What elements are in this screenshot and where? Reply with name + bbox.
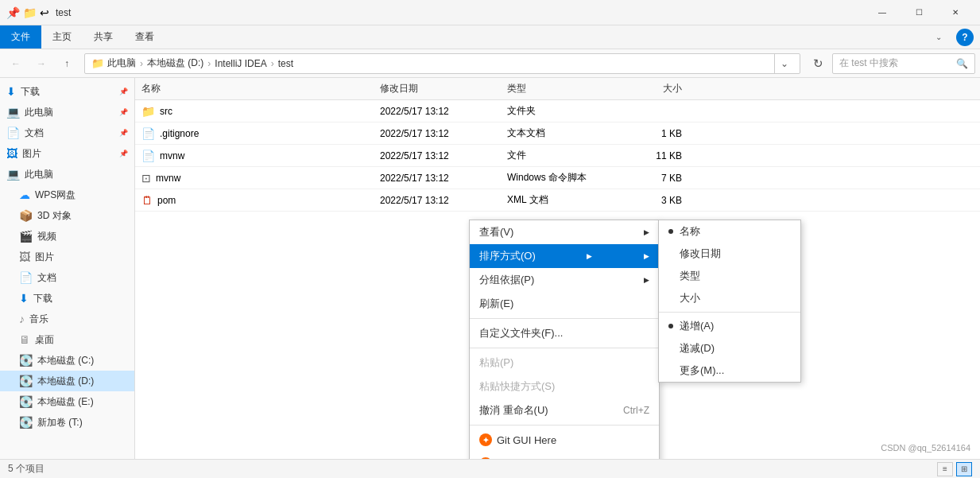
sidebar-item-diske[interactable]: 💽 本地磁盘 (E:) [0, 391, 134, 412]
title-bar: 📌 📁 ↩ test — ☐ ✕ [0, 0, 980, 25]
header-type[interactable]: 类型 [507, 82, 618, 95]
diske-icon: 💽 [19, 395, 33, 408]
header-size[interactable]: 大小 [618, 82, 682, 95]
crumb-diskd[interactable]: 本地磁盘 (D:) [147, 56, 203, 70]
tab-view[interactable]: 查看 [124, 25, 165, 49]
sidebar-item-pictures[interactable]: 🖼 图片 [0, 247, 134, 267]
file-row-src[interactable]: 📁 src 2022/5/17 13:12 文件夹 [135, 100, 980, 122]
sidebar-item-music[interactable]: ♪ 音乐 [0, 309, 134, 329]
sidebar-item-video[interactable]: 🎬 视频 [0, 226, 134, 247]
docs-icon-pinned: 📄 [6, 126, 20, 139]
file-content: 名称 修改日期 类型 大小 📁 src 2022/5/17 13:12 文件夹 … [135, 78, 980, 459]
sidebar-item-wps[interactable]: ☁ WPS网盘 [0, 185, 134, 205]
sub-menu-item-type[interactable]: 类型 [659, 265, 800, 287]
crumb-intellij[interactable]: IntelliJ IDEA [215, 58, 266, 69]
file-icon-mvnw1: 📄 [141, 150, 155, 162]
list-view-button[interactable]: ≡ [937, 462, 953, 476]
file-row-mvnw1[interactable]: 📄 mvnw 2022/5/17 13:12 文件 11 KB [135, 145, 980, 167]
toolbar: ← → ↑ 📁 此电脑 › 本地磁盘 (D:) › IntelliJ IDEA … [0, 49, 980, 78]
tab-share[interactable]: 共享 [83, 25, 124, 49]
dot-name [668, 229, 673, 234]
tab-home[interactable]: 主页 [41, 25, 83, 49]
diskd-icon: 💽 [19, 375, 33, 387]
crumb-test[interactable]: test [278, 58, 293, 69]
forward-button[interactable]: → [30, 52, 52, 75]
pin-icon2: 📌 [119, 108, 128, 116]
help-button[interactable]: ? [956, 29, 974, 46]
detail-view-button[interactable]: ⊞ [956, 462, 972, 476]
menu-item-paste[interactable]: 粘贴(P) [470, 351, 659, 375]
menu-item-sort[interactable]: 排序方式(O) ▶ [470, 244, 659, 268]
address-path: 此电脑 › 本地磁盘 (D:) › IntelliJ IDEA › test [107, 56, 293, 70]
tab-file[interactable]: 文件 [0, 25, 41, 49]
maximize-button[interactable]: ☐ [901, 0, 937, 25]
menu-separator-1 [470, 318, 659, 319]
file-row-pom[interactable]: 🗒 pom 2022/5/17 13:12 XML 文档 3 KB [135, 189, 980, 212]
file-name-mvnw2: mvnw [156, 173, 180, 184]
sub-menu-item-name[interactable]: 名称 [659, 220, 800, 243]
pictures-icon: 🖼 [19, 251, 30, 263]
crumb-thispc[interactable]: 此电脑 [107, 56, 136, 70]
file-type-mvnw1: 文件 [507, 149, 618, 162]
sidebar-item-diskt[interactable]: 💽 新加卷 (T:) [0, 412, 134, 433]
file-row-mvnw2[interactable]: ⊡ mvnw 2022/5/17 13:12 Windows 命令脚本 7 KB [135, 167, 980, 189]
file-row-gitignore[interactable]: 📄 .gitignore 2022/5/17 13:12 文本文档 1 KB [135, 122, 980, 145]
back-button[interactable]: ← [5, 52, 27, 75]
folder-icon-title: 📁 [23, 6, 37, 19]
ribbon-expand-button[interactable]: ⌄ [928, 26, 950, 49]
minimize-button[interactable]: — [864, 0, 901, 25]
address-bar[interactable]: 📁 此电脑 › 本地磁盘 (D:) › IntelliJ IDEA › test… [84, 53, 800, 74]
sidebar-item-thispc-pinned[interactable]: 💻 此电脑 📌 [0, 102, 134, 122]
sidebar-item-thispc[interactable]: 💻 此电脑 [0, 164, 134, 185]
status-count: 5 个项目 [8, 462, 45, 476]
documents-icon: 📄 [19, 271, 33, 284]
close-button[interactable]: ✕ [937, 0, 974, 25]
sidebar-item-3d[interactable]: 📦 3D 对象 [0, 205, 134, 226]
ribbon: 文件 主页 共享 查看 ⌄ ? [0, 25, 980, 49]
video-icon: 🎬 [19, 230, 33, 243]
sidebar-item-download-pinned[interactable]: ⬇ 下载 📌 [0, 81, 134, 102]
3d-icon: 📦 [19, 209, 33, 222]
menu-item-customize[interactable]: 自定义文件夹(F)... [470, 321, 659, 345]
pin-icon3: 📌 [119, 129, 128, 137]
menu-item-undo[interactable]: 撤消 重命名(U) Ctrl+Z [470, 398, 659, 422]
up-button[interactable]: ↑ [56, 52, 78, 75]
menu-item-git-bash[interactable]: ✦ Git Bash Here [470, 452, 659, 459]
menu-item-paste-shortcut[interactable]: 粘贴快捷方式(S) [470, 375, 659, 398]
sidebar-item-desktop[interactable]: 🖥 桌面 [0, 329, 134, 350]
sidebar-item-downloads[interactable]: ⬇ 下载 [0, 288, 134, 309]
menu-item-group[interactable]: 分组依据(P) [470, 268, 659, 292]
menu-item-refresh[interactable]: 刷新(E) [470, 292, 659, 316]
header-name[interactable]: 名称 [141, 82, 380, 95]
file-date-gitignore: 2022/5/17 13:12 [380, 128, 507, 139]
diskc-icon: 💽 [19, 354, 33, 367]
sub-menu-item-asc[interactable]: 递增(A) [659, 315, 800, 337]
address-dropdown-button[interactable]: ⌄ [774, 53, 793, 74]
downloads-icon: ⬇ [19, 292, 29, 305]
menu-item-git-gui[interactable]: ✦ Git GUI Here [470, 428, 659, 452]
pin-icon: 📌 [119, 87, 128, 95]
search-icon[interactable]: 🔍 [956, 58, 968, 69]
search-box[interactable]: 在 test 中搜索 🔍 [832, 53, 975, 74]
sub-menu-sort: 名称 修改日期 类型 大小 递增(A) 递减(D) [658, 220, 801, 383]
header-date[interactable]: 修改日期 [380, 82, 507, 95]
file-size-gitignore: 1 KB [618, 128, 682, 139]
sub-menu-item-date[interactable]: 修改日期 [659, 243, 800, 265]
sidebar-item-docs-pinned[interactable]: 📄 文档 📌 [0, 122, 134, 143]
sidebar-item-pics-pinned[interactable]: 🖼 图片 📌 [0, 143, 134, 164]
sub-menu-item-desc[interactable]: 递减(D) [659, 337, 800, 359]
pc-icon: 💻 [6, 168, 20, 181]
sub-menu-item-more[interactable]: 更多(M)... [659, 359, 800, 382]
undo-icon-title[interactable]: ↩ [40, 6, 49, 19]
sub-menu-item-size[interactable]: 大小 [659, 287, 800, 309]
pics-icon-pinned: 🖼 [6, 147, 17, 160]
sidebar-item-diskd[interactable]: 💽 本地磁盘 (D:) [0, 371, 134, 391]
title-text: test [56, 7, 864, 18]
file-name-src: src [160, 106, 172, 117]
sidebar-item-documents[interactable]: 📄 文档 [0, 267, 134, 288]
refresh-button[interactable]: ↻ [807, 52, 829, 75]
file-name-pom: pom [157, 195, 176, 206]
sidebar-item-diskc[interactable]: 💽 本地磁盘 (C:) [0, 350, 134, 371]
diskt-icon: 💽 [19, 416, 33, 429]
menu-item-view[interactable]: 查看(V) [470, 220, 659, 244]
